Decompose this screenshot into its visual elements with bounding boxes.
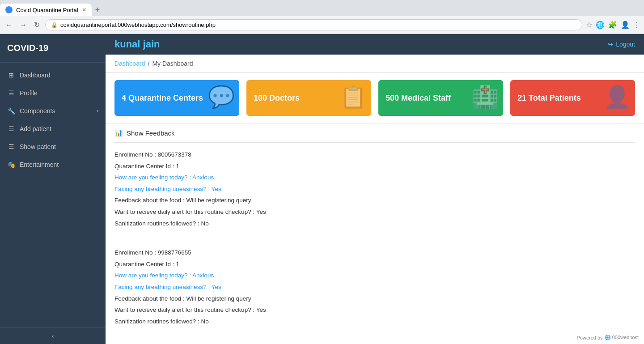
card-staff-label: 500 Medical Staff [386, 93, 451, 103]
feedback-section: 📊 Show Feedback Enrollment No : 80056733… [106, 123, 644, 344]
extension-icon[interactable]: 🌐 [596, 21, 605, 29]
feedback-header-label: Show Feedback [127, 129, 175, 137]
entry2-feeling: How are you feeling today? : Anxious [114, 271, 635, 280]
address-text: covidquarantineportal.000webhostapp.com/… [60, 21, 216, 28]
entry1-feeling: How are you feeling today? : Anxious [114, 173, 635, 183]
entry1-alert: Want to recieve daily alert for this rou… [114, 207, 635, 217]
sidebar-collapse-button[interactable]: ‹ [0, 327, 106, 344]
feedback-content: Enrollment No : 8005673378 Quarantine Ce… [114, 143, 635, 344]
entry2-food: Feedback about the food : Will be regist… [114, 294, 635, 304]
profile-icon[interactable]: 👤 [621, 21, 630, 29]
card-total-patients: 21 Total Patients 👤 [510, 80, 635, 116]
entry2-enrollment: Enrollment No : 9988776655 [114, 248, 635, 258]
tab-favicon [5, 6, 13, 13]
breadcrumb-separator: / [148, 60, 150, 67]
entry1-sanitization: Sanitization routines followed? : No [114, 219, 635, 229]
entry1-breathing: Facing any breathing uneasiness? : Yes [114, 184, 635, 194]
sidebar-item-dashboard[interactable]: ⊞ Dashboard [0, 66, 106, 84]
breadcrumb-dashboard-link[interactable]: Dashboard [114, 60, 145, 67]
card-quarantine-centers: 4 Quarantine Centers 💬 [114, 80, 239, 116]
browser-tab[interactable]: Covid Quarantine Portal ✕ [0, 4, 92, 16]
sidebar-item-label: Dashboard [20, 72, 51, 79]
chat-icon: 💬 [208, 85, 235, 110]
feedback-header[interactable]: 📊 Show Feedback [114, 123, 635, 143]
dashboard-cards: 4 Quarantine Centers 💬 100 Doctors 📋 500… [106, 73, 644, 123]
new-tab-button[interactable]: + [92, 5, 104, 15]
feedback-entry-2: Enrollment No : 9988776655 Quarantine Ce… [114, 248, 635, 335]
tab-title: Covid Quarantine Portal [16, 7, 78, 13]
entry1-food: Feedback about the food : Will be regist… [114, 195, 635, 205]
medical-icon: 🏥 [472, 85, 499, 110]
sidebar-item-components[interactable]: 🔧 Components › [0, 102, 106, 120]
address-bar[interactable]: 🔒 covidquarantineportal.000webhostapp.co… [45, 19, 582, 30]
breadcrumb: Dashboard / My Dashboard [106, 55, 644, 73]
entertainment-icon: 🎭 [7, 161, 15, 168]
entry1-enrollment: Enrollment No : 8005673378 [114, 150, 635, 160]
feedback-entry-1: Enrollment No : 8005673378 Quarantine Ce… [114, 150, 635, 237]
feedback-chart-icon: 📊 [114, 129, 123, 137]
back-button[interactable]: ← [4, 19, 14, 31]
breadcrumb-current: My Dashboard [152, 60, 193, 67]
lock-icon: 🔒 [51, 22, 58, 28]
sidebar-title: COVID-19 [0, 34, 106, 63]
clipboard-icon: 📋 [340, 85, 367, 110]
chevron-right-icon: › [97, 108, 98, 114]
browser-toolbar-right: ☆ 🌐 🧩 👤 ⋮ [586, 21, 640, 29]
powered-by-logo: 🌐 000webhost [605, 335, 639, 340]
entry1-center: Quarantine Center Id : 1 [114, 161, 635, 171]
entry2-center: Quarantine Center Id : 1 [114, 259, 635, 269]
app-container: COVID-19 ⊞ Dashboard ☰ Profile 🔧 Compone… [0, 34, 644, 344]
card-quarantine-label: 4 Quarantine Centers [122, 93, 203, 103]
logout-button[interactable]: ↪ Logout [608, 41, 635, 48]
entry2-breathing: Facing any breathing uneasiness? : Yes [114, 282, 635, 292]
puzzle-icon[interactable]: 🧩 [608, 21, 617, 29]
browser-toolbar: ← → ↻ 🔒 covidquarantineportal.000webhost… [0, 16, 644, 34]
tab-close-icon[interactable]: ✕ [82, 7, 86, 13]
star-icon[interactable]: ☆ [586, 21, 592, 29]
components-icon: 🔧 [7, 107, 15, 115]
card-patients-label: 21 Total Patients [517, 93, 581, 103]
sidebar-nav: ⊞ Dashboard ☰ Profile 🔧 Components › ☰ A… [0, 63, 106, 327]
sidebar-item-label: Show patient [20, 143, 56, 150]
powered-by-text: Powered by [577, 335, 603, 340]
entry2-alert: Want to recieve daily alert for this rou… [114, 305, 635, 315]
main-content: kunal jain ↪ Logout Dashboard / My Dashb… [106, 34, 644, 344]
sidebar-item-label: Add patient [20, 125, 51, 132]
sidebar-item-profile[interactable]: ☰ Profile [0, 84, 106, 102]
sidebar-item-entertainment[interactable]: 🎭 Entertainment [0, 156, 106, 174]
forward-button[interactable]: → [18, 19, 29, 31]
show-patient-icon: ☰ [7, 143, 15, 150]
sidebar-item-label: Entertainment [20, 161, 59, 168]
sidebar-item-show-patient[interactable]: ☰ Show patient [0, 138, 106, 156]
reload-button[interactable]: ↻ [32, 19, 42, 31]
header-username: kunal jain [114, 38, 608, 50]
dashboard-icon: ⊞ [7, 72, 15, 79]
card-doctors-label: 100 Doctors [254, 93, 300, 103]
logout-label: Logout [616, 41, 635, 48]
sidebar-item-add-patient[interactable]: ☰ Add patient [0, 120, 106, 138]
card-doctors: 100 Doctors 📋 [246, 80, 371, 116]
card-medical-staff: 500 Medical Staff 🏥 [378, 80, 503, 116]
profile-nav-icon: ☰ [7, 89, 15, 97]
menu-icon[interactable]: ⋮ [633, 21, 640, 29]
entry2-sanitization: Sanitization routines followed? : No [114, 317, 635, 327]
sidebar-item-label: Components [20, 107, 55, 115]
powered-by: Powered by 🌐 000webhost [577, 335, 639, 340]
patient-icon: 👤 [604, 85, 631, 110]
logout-icon: ↪ [608, 41, 613, 48]
add-patient-icon: ☰ [7, 125, 15, 132]
sidebar: COVID-19 ⊞ Dashboard ☰ Profile 🔧 Compone… [0, 34, 106, 344]
top-header: kunal jain ↪ Logout [106, 34, 644, 55]
sidebar-item-label: Profile [20, 89, 38, 97]
